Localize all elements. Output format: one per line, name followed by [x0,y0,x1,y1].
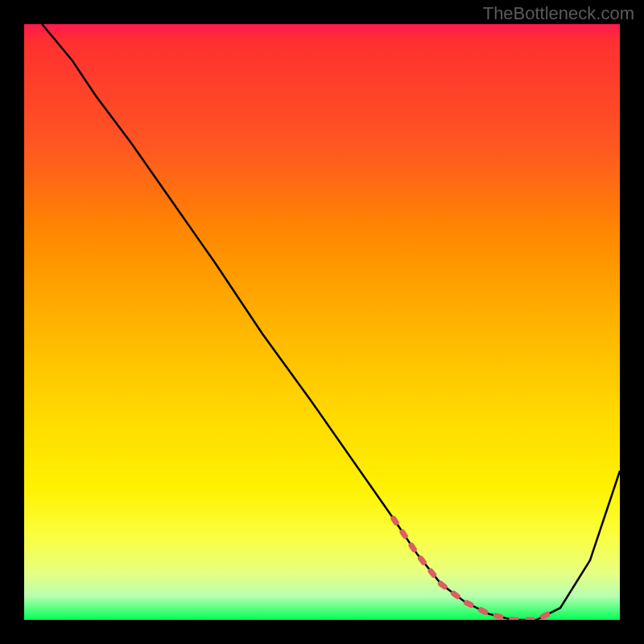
chart-border-left [0,24,24,620]
watermark-text: TheBottleneck.com [483,3,634,24]
chart-gradient-background [24,24,620,620]
chart-border-right [620,24,644,620]
chart-border-bottom [24,620,620,644]
chart-plot-area [24,24,620,620]
